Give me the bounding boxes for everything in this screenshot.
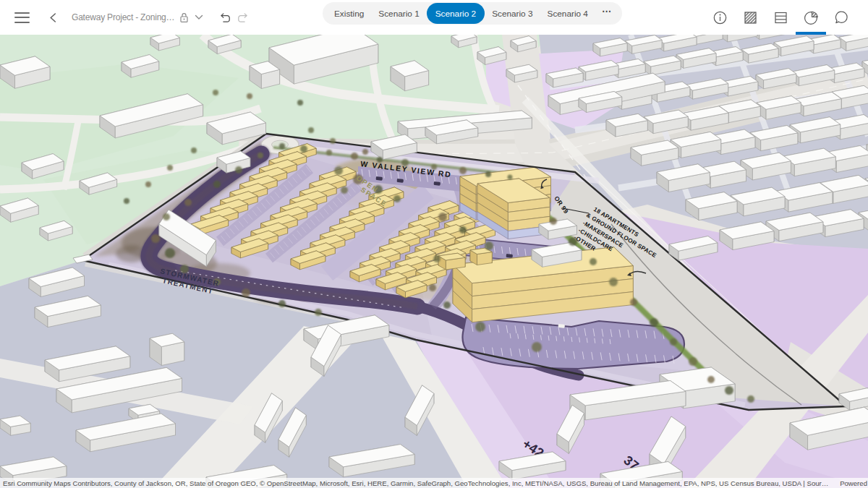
attribution-bar: Esri Community Maps Contributors, County… [0,478,868,488]
tab-scenario-4[interactable]: Scenario 4 [540,2,595,25]
chevron-down-icon[interactable] [195,14,203,20]
lock-icon [179,12,189,23]
scenario-tabs: Existing Scenario 1 Scenario 2 Scenario … [323,2,622,25]
tab-scenario-2[interactable]: Scenario 2 [427,3,485,24]
redo-icon[interactable] [237,12,248,23]
zoning-icon[interactable] [735,0,765,35]
scene-view[interactable]: 18 APARTMENTS & GROUND FLOOR SPACE -MAKE… [0,35,868,488]
3d-scene: 18 APARTMENTS & GROUND FLOOR SPACE -MAKE… [0,35,868,488]
attribution-sources: Esri Community Maps Contributors, County… [0,479,840,487]
info-icon[interactable] [705,0,735,35]
comments-icon[interactable] [826,0,856,35]
powered-by[interactable]: Powered [840,479,868,487]
project-title: Gateway Project - Zoning… [72,12,174,22]
arcgis-urban-app: Gateway Project - Zoning… Existing Scena… [0,0,868,488]
tab-existing[interactable]: Existing [327,2,371,25]
tab-scenario-3[interactable]: Scenario 3 [485,2,540,25]
more-scenarios-icon[interactable]: ⋯ [595,6,618,21]
tab-scenario-1[interactable]: Scenario 1 [371,2,426,25]
menu-icon[interactable] [14,12,30,23]
layers-icon[interactable] [765,0,796,35]
header: Gateway Project - Zoning… Existing Scena… [0,0,868,35]
dashboard-pie-icon[interactable] [796,0,826,35]
undo-icon[interactable] [220,12,231,23]
back-icon[interactable] [48,12,58,23]
